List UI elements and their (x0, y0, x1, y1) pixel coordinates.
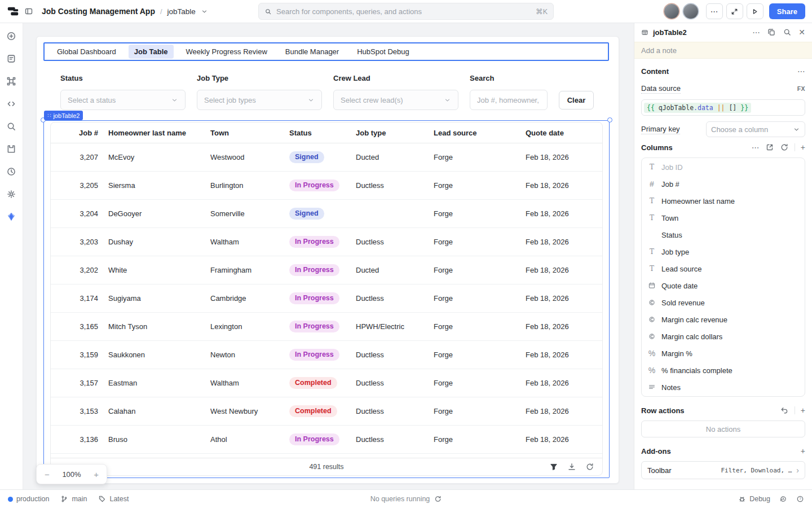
column-header[interactable]: Homeowner last name (108, 129, 210, 137)
tab-job-table[interactable]: Job Table (129, 45, 174, 59)
columns-more-icon[interactable]: ⋯ (752, 143, 760, 151)
sync-icon[interactable] (434, 495, 442, 503)
content-more-icon[interactable]: ⋯ (797, 67, 805, 75)
column-header[interactable]: Quote date (526, 129, 602, 137)
zoom-out-button[interactable]: − (45, 470, 50, 479)
table-row[interactable]: 3,228TrislerCohassetSignedForgeFeb 16, 2… (51, 454, 602, 458)
primary-key-select[interactable]: Choose a column (706, 121, 805, 137)
zoom-in-button[interactable]: + (94, 470, 99, 479)
popout-icon[interactable] (765, 143, 774, 152)
column-item[interactable]: Margin calc dollars (642, 328, 805, 345)
share-button[interactable]: Share (769, 3, 805, 19)
settings-icon[interactable] (6, 189, 16, 199)
column-item[interactable]: Margin calc revenue (642, 311, 805, 328)
data-source-input[interactable]: {{ qJobTable.data || [] }} (641, 99, 805, 116)
column-item[interactable]: #Job # (642, 176, 805, 192)
column-item[interactable]: %% financials complete (642, 362, 805, 379)
preview-button[interactable] (747, 3, 764, 19)
table-row[interactable]: 3,136BrusoAtholIn ProgressDuctlessForgeF… (51, 426, 602, 454)
column-header[interactable]: Status (289, 129, 356, 137)
table-row[interactable]: 3,207McEvoyWestwoodSignedDuctedForgeFeb … (51, 143, 602, 172)
history-button[interactable] (779, 495, 787, 503)
retool-logo-icon[interactable] (7, 5, 19, 17)
job-table-component[interactable]: Job #Homeowner last nameTownStatusJob ty… (43, 120, 610, 478)
column-item[interactable]: Notes (642, 379, 805, 396)
chevron-down-icon[interactable] (201, 8, 208, 15)
environment-selector[interactable]: production (8, 495, 49, 503)
branch-selector[interactable]: main (60, 495, 87, 503)
table-row[interactable]: 3,165Mitch TysonLexingtonIn ProgressHPWH… (51, 313, 602, 341)
tab-global-dashboard[interactable]: Global Dashboard (51, 45, 122, 59)
table-row[interactable]: 3,174SugiyamaCambridgeIn ProgressDuctles… (51, 284, 602, 313)
tab-weekly-progress-review[interactable]: Weekly Progress Review (180, 45, 273, 59)
fullscreen-button[interactable] (726, 3, 743, 19)
inherit-icon[interactable] (780, 406, 789, 415)
duplicate-icon[interactable] (767, 28, 776, 37)
close-panel-icon[interactable]: ✕ (798, 28, 805, 36)
refresh-icon[interactable] (585, 462, 594, 471)
component-tag[interactable]: ∷ jobTable2 (44, 111, 83, 120)
zoom-level[interactable]: 100% (62, 470, 81, 479)
table-row[interactable]: 3,203DushayWalthamIn ProgressDuctlessFor… (51, 228, 602, 256)
table-row[interactable]: 3,204DeGooyerSomervilleSignedForgeFeb 18… (51, 200, 602, 228)
avatar[interactable] (683, 4, 698, 19)
add-column-icon[interactable]: + (801, 143, 805, 151)
column-item[interactable]: %Margin % (642, 345, 805, 362)
column-header[interactable]: Lead source (434, 129, 526, 137)
column-header[interactable]: Job # (51, 129, 108, 137)
column-item[interactable]: Quote date (642, 277, 805, 294)
table-row[interactable]: 3,202WhiteFraminghamIn ProgressDuctedFor… (51, 256, 602, 284)
search-filter-input[interactable]: Job #, homeowner, to (470, 90, 548, 110)
column-item[interactable]: Sold revenue (642, 294, 805, 311)
table-row[interactable]: 3,157EastmanWalthamCompletedDuctlessForg… (51, 369, 602, 397)
toggle-panel-icon[interactable] (24, 7, 33, 16)
more-menu-button[interactable]: ⋯ (706, 3, 723, 19)
status-cell: Signed (289, 208, 356, 220)
status-filter-select[interactable]: Select a status (60, 90, 186, 110)
pages-icon[interactable] (6, 54, 16, 64)
history-icon[interactable] (6, 167, 16, 177)
fx-badge[interactable]: FX (797, 85, 805, 92)
crew-lead-filter-select[interactable]: Select crew lead(s) (333, 90, 458, 110)
toolbar-addon[interactable]: Toolbar Filter, Download, … › (641, 461, 805, 479)
clear-filters-button[interactable]: Clear (559, 91, 594, 110)
table-cell: Mitch Tyson (108, 322, 210, 331)
table-row[interactable]: 3,205SiersmaBurlingtonIn ProgressDuctles… (51, 172, 602, 200)
panel-more-icon[interactable]: ⋯ (752, 28, 760, 36)
table-cell: West Newbury (210, 407, 289, 415)
selection-handle[interactable] (607, 117, 612, 122)
add-note-field[interactable]: Add a note (634, 42, 812, 59)
tab-bundle-manager[interactable]: Bundle Manager (280, 45, 345, 59)
job-type-filter-select[interactable]: Select job types (197, 90, 322, 110)
debug-button[interactable]: Debug (738, 495, 770, 503)
column-header[interactable]: Job type (356, 129, 434, 137)
column-item[interactable]: THomeowner last name (642, 192, 805, 209)
filter-icon[interactable] (549, 462, 558, 471)
components-icon[interactable] (6, 76, 16, 86)
column-item[interactable]: TJob type (642, 243, 805, 260)
sync-columns-icon[interactable] (780, 143, 789, 152)
column-item[interactable]: TJob ID (642, 159, 805, 176)
search-icon[interactable] (6, 121, 16, 132)
code-icon[interactable] (6, 99, 16, 109)
add-addon-icon[interactable]: + (801, 447, 805, 455)
add-row-action-icon[interactable]: + (801, 406, 805, 414)
column-item[interactable]: Status (642, 226, 805, 243)
column-header[interactable]: Town (210, 129, 289, 137)
row-actions-empty[interactable]: No actions (641, 421, 805, 437)
help-button[interactable]: ? (796, 495, 804, 503)
add-icon[interactable] (6, 31, 16, 41)
page-name[interactable]: jobTable (167, 7, 196, 16)
table-row[interactable]: 3,153CalahanWest NewburyCompletedDuctles… (51, 397, 602, 426)
global-search-input[interactable]: Search for components, queries, and acti… (258, 3, 554, 20)
column-item[interactable]: TLead source (642, 260, 805, 277)
avatar[interactable] (664, 4, 679, 19)
tab-hubspot-debug[interactable]: HubSpot Debug (351, 45, 415, 59)
package-icon[interactable] (6, 144, 16, 154)
download-icon[interactable] (567, 462, 576, 471)
assist-icon[interactable] (6, 212, 16, 222)
column-item[interactable]: TTown (642, 209, 805, 226)
release-selector[interactable]: Latest (98, 495, 129, 503)
panel-search-icon[interactable] (783, 28, 792, 37)
table-row[interactable]: 3,159SaukkonenNewtonIn ProgressDuctlessF… (51, 341, 602, 369)
